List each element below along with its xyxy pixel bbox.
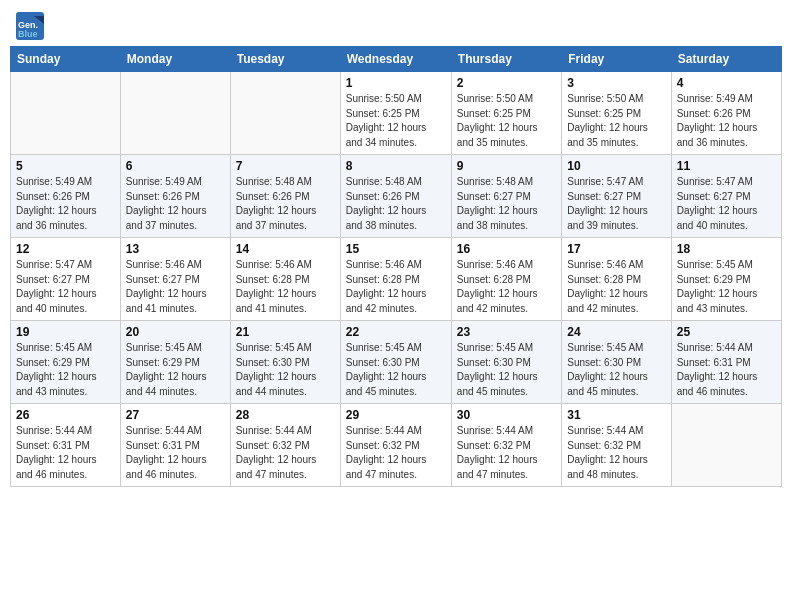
calendar-cell: 12Sunrise: 5:47 AM Sunset: 6:27 PM Dayli… [11,238,121,321]
day-detail: Sunrise: 5:50 AM Sunset: 6:25 PM Dayligh… [567,92,665,150]
day-detail: Sunrise: 5:45 AM Sunset: 6:30 PM Dayligh… [457,341,556,399]
calendar-cell: 13Sunrise: 5:46 AM Sunset: 6:27 PM Dayli… [120,238,230,321]
day-detail: Sunrise: 5:48 AM Sunset: 6:26 PM Dayligh… [346,175,446,233]
column-header-wednesday: Wednesday [340,47,451,72]
day-number: 8 [346,159,446,173]
calendar-cell [120,72,230,155]
day-detail: Sunrise: 5:48 AM Sunset: 6:27 PM Dayligh… [457,175,556,233]
svg-text:Blue: Blue [18,29,38,39]
calendar-week-row: 5Sunrise: 5:49 AM Sunset: 6:26 PM Daylig… [11,155,782,238]
calendar-week-row: 12Sunrise: 5:47 AM Sunset: 6:27 PM Dayli… [11,238,782,321]
day-number: 17 [567,242,665,256]
day-number: 18 [677,242,776,256]
day-detail: Sunrise: 5:47 AM Sunset: 6:27 PM Dayligh… [567,175,665,233]
day-number: 30 [457,408,556,422]
day-number: 26 [16,408,115,422]
day-detail: Sunrise: 5:48 AM Sunset: 6:26 PM Dayligh… [236,175,335,233]
day-detail: Sunrise: 5:47 AM Sunset: 6:27 PM Dayligh… [677,175,776,233]
column-header-monday: Monday [120,47,230,72]
day-number: 4 [677,76,776,90]
calendar-cell: 29Sunrise: 5:44 AM Sunset: 6:32 PM Dayli… [340,404,451,487]
day-number: 25 [677,325,776,339]
day-number: 22 [346,325,446,339]
day-detail: Sunrise: 5:49 AM Sunset: 6:26 PM Dayligh… [16,175,115,233]
calendar-cell: 17Sunrise: 5:46 AM Sunset: 6:28 PM Dayli… [562,238,671,321]
day-detail: Sunrise: 5:46 AM Sunset: 6:28 PM Dayligh… [567,258,665,316]
day-detail: Sunrise: 5:46 AM Sunset: 6:28 PM Dayligh… [457,258,556,316]
calendar-cell: 18Sunrise: 5:45 AM Sunset: 6:29 PM Dayli… [671,238,781,321]
calendar-cell: 23Sunrise: 5:45 AM Sunset: 6:30 PM Dayli… [451,321,561,404]
day-number: 21 [236,325,335,339]
calendar-cell: 2Sunrise: 5:50 AM Sunset: 6:25 PM Daylig… [451,72,561,155]
logo-icon: Gen. Blue [14,10,42,38]
column-header-sunday: Sunday [11,47,121,72]
day-number: 3 [567,76,665,90]
calendar-cell: 9Sunrise: 5:48 AM Sunset: 6:27 PM Daylig… [451,155,561,238]
day-detail: Sunrise: 5:45 AM Sunset: 6:29 PM Dayligh… [677,258,776,316]
calendar-cell: 6Sunrise: 5:49 AM Sunset: 6:26 PM Daylig… [120,155,230,238]
day-detail: Sunrise: 5:46 AM Sunset: 6:27 PM Dayligh… [126,258,225,316]
column-header-friday: Friday [562,47,671,72]
calendar-cell: 20Sunrise: 5:45 AM Sunset: 6:29 PM Dayli… [120,321,230,404]
calendar-cell: 22Sunrise: 5:45 AM Sunset: 6:30 PM Dayli… [340,321,451,404]
day-number: 12 [16,242,115,256]
calendar-cell: 11Sunrise: 5:47 AM Sunset: 6:27 PM Dayli… [671,155,781,238]
day-detail: Sunrise: 5:44 AM Sunset: 6:31 PM Dayligh… [16,424,115,482]
calendar-cell: 16Sunrise: 5:46 AM Sunset: 6:28 PM Dayli… [451,238,561,321]
day-detail: Sunrise: 5:47 AM Sunset: 6:27 PM Dayligh… [16,258,115,316]
calendar-cell: 3Sunrise: 5:50 AM Sunset: 6:25 PM Daylig… [562,72,671,155]
calendar-cell: 1Sunrise: 5:50 AM Sunset: 6:25 PM Daylig… [340,72,451,155]
day-number: 14 [236,242,335,256]
day-number: 24 [567,325,665,339]
calendar-header-row: SundayMondayTuesdayWednesdayThursdayFrid… [11,47,782,72]
day-number: 5 [16,159,115,173]
day-detail: Sunrise: 5:46 AM Sunset: 6:28 PM Dayligh… [236,258,335,316]
day-detail: Sunrise: 5:46 AM Sunset: 6:28 PM Dayligh… [346,258,446,316]
calendar-cell: 26Sunrise: 5:44 AM Sunset: 6:31 PM Dayli… [11,404,121,487]
calendar-cell: 30Sunrise: 5:44 AM Sunset: 6:32 PM Dayli… [451,404,561,487]
day-detail: Sunrise: 5:44 AM Sunset: 6:32 PM Dayligh… [236,424,335,482]
day-detail: Sunrise: 5:44 AM Sunset: 6:32 PM Dayligh… [457,424,556,482]
calendar-week-row: 1Sunrise: 5:50 AM Sunset: 6:25 PM Daylig… [11,72,782,155]
day-detail: Sunrise: 5:44 AM Sunset: 6:31 PM Dayligh… [677,341,776,399]
day-number: 10 [567,159,665,173]
calendar-week-row: 26Sunrise: 5:44 AM Sunset: 6:31 PM Dayli… [11,404,782,487]
day-number: 1 [346,76,446,90]
calendar-cell: 4Sunrise: 5:49 AM Sunset: 6:26 PM Daylig… [671,72,781,155]
day-detail: Sunrise: 5:45 AM Sunset: 6:30 PM Dayligh… [346,341,446,399]
calendar-cell: 10Sunrise: 5:47 AM Sunset: 6:27 PM Dayli… [562,155,671,238]
calendar-cell: 25Sunrise: 5:44 AM Sunset: 6:31 PM Dayli… [671,321,781,404]
calendar-cell: 28Sunrise: 5:44 AM Sunset: 6:32 PM Dayli… [230,404,340,487]
day-detail: Sunrise: 5:45 AM Sunset: 6:30 PM Dayligh… [567,341,665,399]
day-detail: Sunrise: 5:44 AM Sunset: 6:31 PM Dayligh… [126,424,225,482]
day-number: 20 [126,325,225,339]
day-number: 15 [346,242,446,256]
day-number: 23 [457,325,556,339]
day-detail: Sunrise: 5:45 AM Sunset: 6:29 PM Dayligh… [16,341,115,399]
calendar-cell: 31Sunrise: 5:44 AM Sunset: 6:32 PM Dayli… [562,404,671,487]
day-number: 13 [126,242,225,256]
calendar-cell [11,72,121,155]
day-number: 9 [457,159,556,173]
logo: Gen. Blue [14,10,44,38]
calendar-table: SundayMondayTuesdayWednesdayThursdayFrid… [10,46,782,487]
calendar-cell: 14Sunrise: 5:46 AM Sunset: 6:28 PM Dayli… [230,238,340,321]
calendar-cell: 15Sunrise: 5:46 AM Sunset: 6:28 PM Dayli… [340,238,451,321]
day-detail: Sunrise: 5:49 AM Sunset: 6:26 PM Dayligh… [677,92,776,150]
day-number: 7 [236,159,335,173]
day-number: 19 [16,325,115,339]
day-number: 28 [236,408,335,422]
day-number: 11 [677,159,776,173]
calendar-cell: 5Sunrise: 5:49 AM Sunset: 6:26 PM Daylig… [11,155,121,238]
day-detail: Sunrise: 5:45 AM Sunset: 6:29 PM Dayligh… [126,341,225,399]
day-number: 6 [126,159,225,173]
day-number: 16 [457,242,556,256]
calendar-cell: 24Sunrise: 5:45 AM Sunset: 6:30 PM Dayli… [562,321,671,404]
calendar-cell: 19Sunrise: 5:45 AM Sunset: 6:29 PM Dayli… [11,321,121,404]
day-number: 31 [567,408,665,422]
column-header-thursday: Thursday [451,47,561,72]
calendar-cell: 21Sunrise: 5:45 AM Sunset: 6:30 PM Dayli… [230,321,340,404]
day-number: 27 [126,408,225,422]
page-header: Gen. Blue [10,10,782,38]
calendar-cell: 8Sunrise: 5:48 AM Sunset: 6:26 PM Daylig… [340,155,451,238]
